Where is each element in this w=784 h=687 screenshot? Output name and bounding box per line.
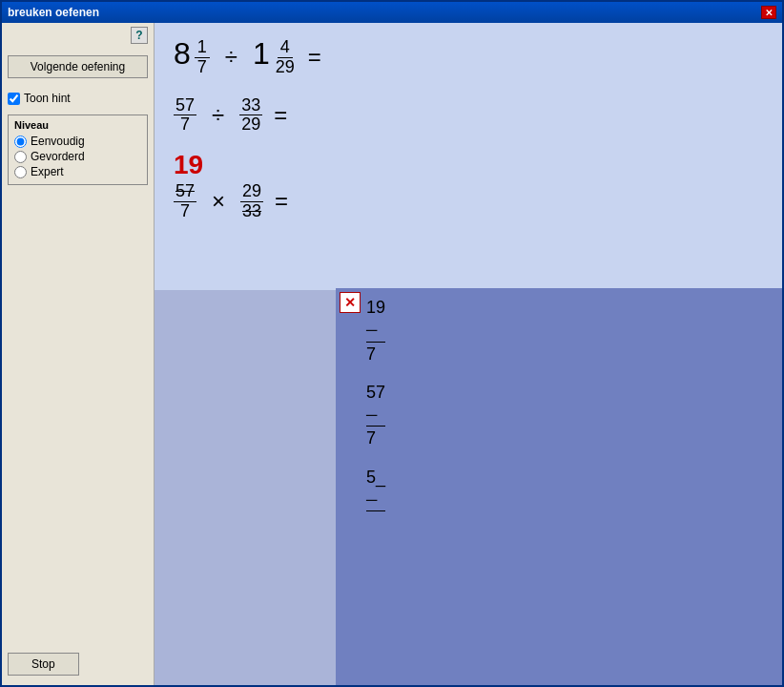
sidebar: ? Volgende oefening Toon hint Niveau Een…: [2, 23, 155, 685]
whole-1: 8: [174, 38, 191, 69]
overlay-content: 19 ─ 7 57 ─ 7 5_ ─: [336, 288, 782, 519]
step3-row: 57 7 × 29 33 =: [174, 182, 763, 221]
title-bar: breuken oefenen ✕: [2, 2, 782, 23]
equals-1: =: [308, 44, 321, 71]
mixed-number-1: 8 1 7: [174, 38, 210, 77]
num-2: 4: [278, 38, 293, 58]
num-5: 57: [174, 182, 196, 202]
overlay-close-icon: ✕: [344, 295, 356, 310]
den-1: 7: [196, 58, 209, 77]
hint-checkbox-row: Toon hint: [8, 92, 148, 105]
stop-button[interactable]: Stop: [8, 653, 79, 676]
sidebar-bottom: [8, 185, 148, 679]
intermediate-value: 19: [174, 150, 763, 180]
fraction-5: 57 7: [174, 182, 196, 221]
niveau-legend: Niveau: [14, 119, 141, 131]
overlay-close-button[interactable]: ✕: [340, 292, 361, 313]
overlay-line-3: 5_ ─: [366, 466, 774, 512]
overlay-panel: ✕ 19 ─ 7 57 ─ 7: [336, 288, 782, 685]
exercise-area: 🖨 8 1 7 ÷ 1: [155, 23, 782, 685]
fraction-4: 33 29: [239, 96, 262, 135]
equals-3: =: [275, 188, 288, 215]
niveau-group: Niveau Eenvoudig Gevorderd Expert: [8, 114, 148, 185]
num-4: 33: [239, 96, 262, 116]
whole-2: 1: [253, 38, 270, 69]
exercise-top: 8 1 7 ÷ 1 4 29 =: [155, 23, 782, 290]
window-title: breuken oefenen: [8, 6, 99, 19]
step1-row: 8 1 7 ÷ 1 4 29 =: [174, 38, 763, 77]
den-4: 29: [239, 115, 262, 135]
radio-expert[interactable]: Expert: [14, 165, 141, 178]
fraction-3: 57 7: [174, 96, 196, 135]
num-6: 29: [240, 182, 263, 202]
fraction-2: 4 29: [274, 38, 297, 77]
next-exercise-button[interactable]: Volgende oefening: [8, 55, 148, 78]
mixed-number-2: 1 4 29: [253, 38, 297, 77]
operator-2: ÷: [212, 102, 224, 129]
help-icon[interactable]: ?: [131, 27, 148, 44]
den-5: 7: [178, 202, 192, 221]
fraction-6: 29 33: [240, 182, 263, 221]
main-window: breuken oefenen ✕ ? Volgende oefening To…: [0, 0, 784, 687]
operator-3: ×: [212, 188, 225, 215]
operator-1: ÷: [225, 44, 237, 71]
title-bar-title: breuken oefenen: [8, 6, 99, 19]
overlay-line-1: 19 ─ 7: [366, 296, 774, 366]
hint-label: Toon hint: [24, 92, 71, 105]
step2-row: 57 7 ÷ 33 29 =: [174, 96, 763, 135]
overlay-line-2: 57 ─ 7: [366, 381, 774, 451]
close-button[interactable]: ✕: [761, 6, 776, 19]
radio-gevorderd[interactable]: Gevorderd: [14, 150, 141, 163]
den-6: 33: [240, 202, 263, 221]
den-2: 29: [274, 58, 297, 77]
fraction-1: 1 7: [195, 38, 210, 77]
den-3: 7: [178, 115, 192, 135]
equals-2: =: [274, 102, 287, 129]
num-1: 1: [195, 38, 210, 58]
hint-checkbox[interactable]: [8, 93, 20, 105]
main-content: ? Volgende oefening Toon hint Niveau Een…: [2, 23, 782, 685]
radio-eenvoudig[interactable]: Eenvoudig: [14, 135, 141, 148]
num-3: 57: [174, 96, 196, 116]
